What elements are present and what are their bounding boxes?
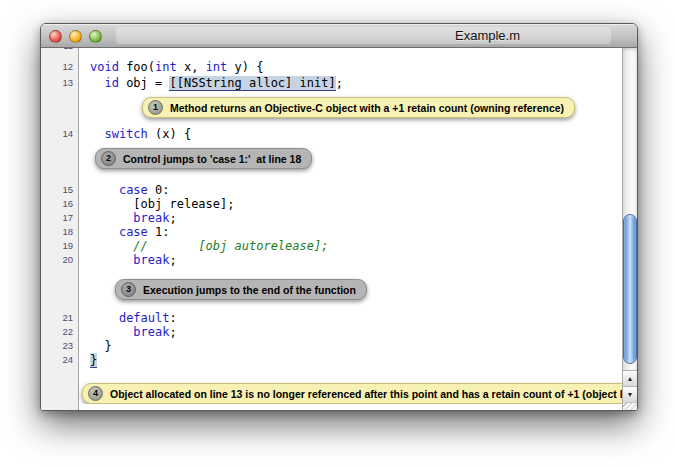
- code-segment: ;: [169, 325, 176, 339]
- code-segment: break: [133, 325, 169, 339]
- code-segment: break: [133, 211, 169, 225]
- code-segment: obj =: [119, 76, 170, 90]
- close-button[interactable]: [49, 30, 62, 43]
- code-segment: void: [90, 60, 119, 74]
- analyzer-highlight: }: [90, 353, 97, 368]
- code-line-11: 11: [41, 48, 622, 53]
- code-line-22: 22 break;: [41, 325, 622, 339]
- scroll-down-button[interactable]: ▼: [623, 386, 637, 402]
- code-segment: ;: [336, 76, 343, 90]
- line-number: 18: [41, 225, 79, 239]
- code-segment: (x) {: [148, 127, 191, 141]
- bubble-row: 4Object allocated on line 13 is no longe…: [82, 382, 622, 404]
- line-number: 19: [41, 239, 79, 253]
- code-text[interactable]: case 1:: [79, 225, 622, 239]
- up-arrow-icon: ▲: [627, 375, 634, 382]
- code-line-19: 19 // [obj autorelease];: [41, 239, 622, 253]
- bubble-row: 1Method returns an Objective-C object wi…: [142, 96, 622, 118]
- titlebar[interactable]: Example.m: [41, 24, 637, 48]
- zoom-button[interactable]: [89, 30, 102, 43]
- code-line-21: 21 default:: [41, 311, 622, 325]
- code-segment: 0:: [148, 183, 170, 197]
- bubble-text: Method returns an Objective-C object wit…: [170, 102, 564, 114]
- code-segment: y) {: [227, 60, 263, 74]
- code-line-15: 15 case 0:: [41, 183, 622, 197]
- code-text[interactable]: break;: [79, 253, 622, 267]
- vertical-scrollbar[interactable]: ▲ ▼: [622, 48, 637, 410]
- titlebar-highlight-band: [116, 27, 611, 44]
- bubble-text: Execution jumps to the end of the functi…: [143, 284, 356, 296]
- code-text[interactable]: switch (x) {: [79, 127, 622, 141]
- code-line-13: 13 id obj = [[NSString alloc] init];: [41, 76, 622, 90]
- line-number: 22: [41, 325, 79, 339]
- code-segment: case: [119, 225, 148, 239]
- desktop: { "window": { "title": "Example.m" }, "t…: [0, 0, 675, 467]
- bubble-text: Control jumps to 'case 1:' at line 18: [123, 153, 301, 165]
- code-segment: [90, 311, 119, 325]
- bubble-step-badge: 4: [88, 386, 103, 401]
- line-number: 24: [41, 353, 79, 367]
- code-segment: [obj release];: [90, 197, 235, 211]
- code-text[interactable]: void foo(int x, int y) {: [79, 60, 622, 74]
- analyzer-bubble-1[interactable]: 1Method returns an Objective-C object wi…: [142, 97, 575, 118]
- scrollbar-thumb[interactable]: [623, 214, 637, 364]
- bubble-row: 3Execution jumps to the end of the funct…: [115, 278, 622, 300]
- code-segment: [90, 183, 119, 197]
- code-text[interactable]: break;: [79, 325, 622, 339]
- bubble-step-badge: 1: [148, 100, 163, 115]
- code-text[interactable]: [79, 48, 622, 53]
- scroll-up-button[interactable]: ▲: [623, 370, 637, 386]
- code-text[interactable]: default:: [79, 311, 622, 325]
- code-segment: [90, 127, 104, 141]
- line-number: 11: [41, 48, 79, 53]
- analyzer-bubble-3[interactable]: 3Execution jumps to the end of the funct…: [115, 279, 367, 300]
- down-arrow-icon: ▼: [627, 391, 634, 398]
- code-text[interactable]: [obj release];: [79, 197, 622, 211]
- analyzer-bubble-4[interactable]: 4Object allocated on line 13 is no longe…: [82, 383, 622, 404]
- line-number: 15: [41, 183, 79, 197]
- code-segment: int: [155, 60, 177, 74]
- code-text[interactable]: id obj = [[NSString alloc] init];: [79, 76, 622, 90]
- line-number: 13: [41, 76, 79, 90]
- resize-grip-icon[interactable]: [623, 402, 637, 410]
- code-segment: ;: [169, 211, 176, 225]
- code-segment: [90, 325, 133, 339]
- code-segment: 1:: [148, 225, 170, 239]
- window-title: Example.m: [455, 28, 520, 43]
- code-line-16: 16 [obj release];: [41, 197, 622, 211]
- code-segment: id: [104, 76, 118, 90]
- window-content: 1112void foo(int x, int y) {13 id obj = …: [41, 48, 637, 410]
- document-window: Example.m 1112void foo(int x, int y) {13…: [40, 23, 638, 411]
- code-segment: break: [133, 253, 169, 267]
- line-number: 12: [41, 60, 79, 74]
- code-text[interactable]: }: [79, 353, 622, 367]
- code-segment: [90, 239, 133, 253]
- code-segment: switch: [104, 127, 147, 141]
- bubble-step-badge: 3: [121, 282, 136, 297]
- code-line-17: 17 break;: [41, 211, 622, 225]
- code-text[interactable]: }: [79, 339, 622, 353]
- code-segment: }: [90, 339, 112, 353]
- minimize-button[interactable]: [69, 30, 82, 43]
- code-segment: foo(: [119, 60, 155, 74]
- code-line-18: 18 case 1:: [41, 225, 622, 239]
- code-text[interactable]: // [obj autorelease];: [79, 239, 622, 253]
- code-text[interactable]: case 0:: [79, 183, 622, 197]
- bubble-row: 2Control jumps to 'case 1:' at line 18: [95, 147, 622, 169]
- analyzer-bubble-2[interactable]: 2Control jumps to 'case 1:' at line 18: [95, 148, 312, 169]
- code-editor[interactable]: 1112void foo(int x, int y) {13 id obj = …: [41, 48, 622, 410]
- window-controls: [49, 30, 102, 43]
- code-segment: // [obj autorelease];: [133, 239, 328, 253]
- line-number: 20: [41, 253, 79, 267]
- line-number: 17: [41, 211, 79, 225]
- code-rows: 1112void foo(int x, int y) {13 id obj = …: [41, 48, 622, 404]
- code-segment: :: [169, 311, 176, 325]
- bubble-step-badge: 2: [101, 151, 116, 166]
- bubble-text: Object allocated on line 13 is no longer…: [110, 388, 622, 400]
- code-text[interactable]: break;: [79, 211, 622, 225]
- scrollbar-track[interactable]: [623, 48, 637, 370]
- line-number: 16: [41, 197, 79, 211]
- line-number: 21: [41, 311, 79, 325]
- code-segment: case: [119, 183, 148, 197]
- code-segment: int: [206, 60, 228, 74]
